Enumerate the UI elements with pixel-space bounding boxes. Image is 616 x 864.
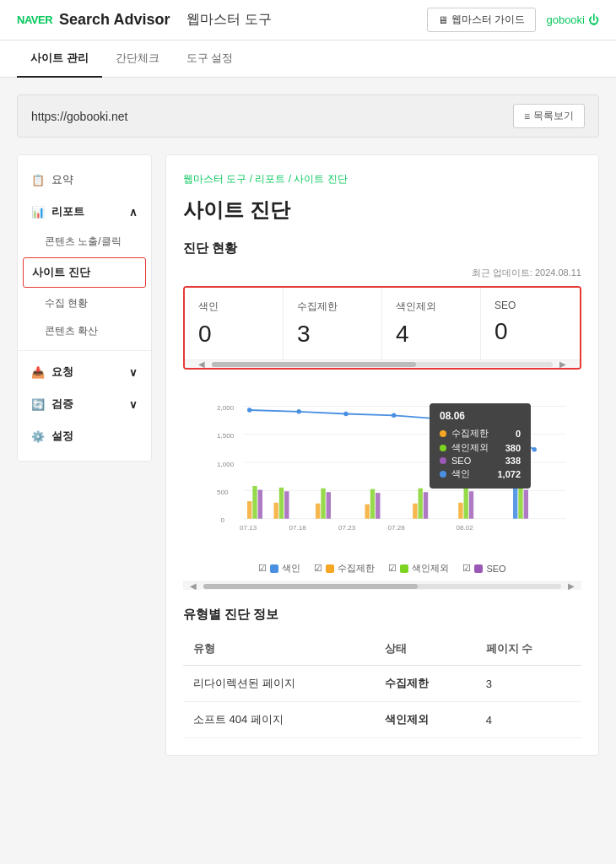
stat-value-excluded: 4 (396, 321, 467, 348)
site-bar: https://gobooki.net ≡ 목록보기 (17, 94, 599, 138)
svg-text:1,500: 1,500 (217, 432, 235, 440)
legend-item-seo[interactable]: ☑ SEO (462, 562, 505, 575)
col-header-type: 유형 (183, 633, 375, 666)
tooltip-row-index: 색인 1,072 (440, 467, 521, 480)
legend-dot-index (270, 564, 278, 573)
chevron-down-icon-2: ∨ (129, 398, 138, 411)
legend-dot-restricted (326, 564, 334, 573)
svg-text:0: 0 (221, 516, 225, 524)
col-header-pages: 페이지 수 (476, 633, 581, 666)
checkbox-seo: ☑ (462, 563, 471, 574)
chart-scrollbar-thumb (203, 584, 418, 589)
svg-text:07.13: 07.13 (240, 524, 257, 532)
legend-item-index[interactable]: ☑ 색인 (258, 562, 300, 575)
header: NAVER Search Advisor 웹마스터 도구 🖥 웹마스터 가이드 … (0, 0, 616, 40)
svg-text:08.02: 08.02 (457, 524, 474, 532)
scroll-right-arrow[interactable]: ▶ (559, 359, 566, 369)
sidebar-section-settings[interactable]: ⚙️ 설정 (18, 420, 151, 452)
tooltip-dot-index (440, 471, 446, 478)
chart-scrollbar-track[interactable] (203, 584, 561, 589)
chart-scroll-left[interactable]: ◀ (190, 581, 197, 591)
chart-legend: ☑ 색인 ☑ 수집제한 ☑ 색인제외 ☑ (183, 562, 581, 575)
row-status-redirect[interactable]: 수집제한 (375, 666, 475, 702)
legend-item-excluded[interactable]: ☑ 색인제외 (388, 562, 449, 575)
chevron-down-icon: ∨ (129, 366, 138, 379)
summary-icon: 📋 (31, 174, 45, 186)
stat-label-restricted: 수집제한 (297, 300, 368, 314)
sidebar-section-report[interactable]: 📊 리포트 ∧ (18, 196, 151, 228)
breadcrumb: 웹마스터 도구 / 리포트 / 사이트 진단 (183, 172, 581, 186)
stat-value-seo: 0 (494, 318, 566, 345)
svg-point-37 (532, 447, 537, 451)
type-section-title: 유형별 진단 정보 (183, 607, 581, 623)
svg-point-31 (247, 408, 251, 412)
stat-cell-seo: SEO 0 (481, 288, 580, 359)
stat-cell-restricted: 수집제한 3 (284, 288, 382, 359)
tooltip-row-excluded: 색인제외 380 (440, 441, 521, 454)
tooltip-dot-excluded (440, 445, 446, 451)
sidebar-item-site-diagnosis[interactable]: 사이트 진단 (23, 257, 146, 288)
app-subtitle: 웹마스터 도구 (186, 11, 271, 29)
divider-1 (18, 350, 151, 351)
svg-rect-24 (424, 492, 428, 519)
stat-value-restricted: 3 (297, 321, 368, 348)
list-view-button[interactable]: ≡ 목록보기 (513, 104, 585, 128)
type-info-table: 유형 상태 페이지 수 리다이렉션된 페이지 수집제한 3 소프트 404 페이… (183, 633, 581, 738)
tooltip-dot-seo (440, 457, 446, 464)
svg-rect-15 (284, 491, 289, 518)
breadcrumb-part-2: 리포트 (255, 173, 285, 185)
diagnosis-section-title: 진단 현황 (183, 240, 581, 256)
sidebar: 📋 요약 📊 리포트 ∧ 콘텐츠 노출/클릭 사이트 진단 수집 현황 콘텐츠 … (17, 154, 152, 462)
table-row-redirect: 리다이렉션된 페이지 수집제한 3 (183, 666, 581, 702)
svg-rect-25 (458, 503, 462, 519)
svg-rect-11 (252, 486, 257, 519)
stats-scrollbar[interactable]: ◀ ▶ (185, 359, 580, 368)
monitor-icon: 🖥 (438, 14, 448, 26)
chart-scrollbar[interactable]: ◀ ▶ (183, 581, 581, 590)
tab-tool-settings[interactable]: 도구 설정 (173, 40, 247, 78)
svg-rect-30 (524, 490, 528, 519)
user-menu[interactable]: gobooki ⏻ (546, 14, 599, 26)
svg-point-32 (297, 409, 301, 413)
svg-rect-14 (279, 488, 284, 519)
svg-text:07.18: 07.18 (289, 524, 307, 532)
stat-label-index: 색인 (198, 300, 269, 314)
svg-rect-23 (419, 489, 423, 519)
tab-quick-check[interactable]: 간단체크 (102, 40, 173, 78)
svg-rect-22 (413, 504, 417, 519)
scrollbar-track[interactable] (212, 362, 553, 367)
site-url: https://gobooki.net (31, 110, 127, 123)
sidebar-section-verification[interactable]: 🔄 검증 ∨ (18, 388, 151, 420)
scroll-left-arrow[interactable]: ◀ (198, 359, 205, 369)
chart-scroll-right[interactable]: ▶ (568, 581, 575, 591)
list-icon: ≡ (524, 111, 530, 122)
tab-site-management[interactable]: 사이트 관리 (17, 40, 102, 78)
guide-button[interactable]: 🖥 웹마스터 가이드 (427, 8, 536, 32)
tooltip-row-restricted: 수집제한 0 (440, 427, 521, 440)
stats-grid: 색인 0 수집제한 3 색인제외 4 SEO 0 (185, 288, 580, 359)
checkbox-index: ☑ (258, 563, 267, 574)
main-content: 웹마스터 도구 / 리포트 / 사이트 진단 사이트 진단 진단 현황 최근 업… (165, 154, 599, 756)
svg-rect-16 (316, 504, 320, 519)
legend-item-restricted[interactable]: ☑ 수집제한 (314, 562, 375, 575)
app-title: Search Advisor (59, 11, 170, 29)
breadcrumb-part-1: 웹마스터 도구 (183, 173, 246, 185)
row-type-redirect: 리다이렉션된 페이지 (183, 666, 375, 702)
sidebar-item-collection[interactable]: 수집 현황 (18, 289, 151, 317)
page-title: 사이트 진단 (183, 197, 581, 224)
sidebar-item-content-expansion[interactable]: 콘텐츠 확산 (18, 317, 151, 345)
sidebar-item-summary[interactable]: 📋 요약 (18, 164, 151, 196)
sidebar-item-contents-exposure[interactable]: 콘텐츠 노출/클릭 (18, 228, 151, 256)
chevron-up-icon: ∧ (129, 206, 138, 219)
chart-area: 2,000 1,500 1,000 500 0 (183, 386, 581, 555)
legend-dot-excluded (400, 564, 408, 573)
header-right: 🖥 웹마스터 가이드 gobooki ⏻ (427, 8, 599, 32)
sidebar-section-request[interactable]: 📥 요청 ∨ (18, 356, 151, 388)
chart-tooltip: 08.06 수집제한 0 색인제외 380 (430, 403, 531, 489)
svg-rect-10 (247, 501, 251, 519)
row-pages-soft404: 4 (476, 702, 581, 738)
svg-rect-17 (321, 489, 325, 519)
svg-rect-18 (327, 492, 331, 519)
row-status-soft404[interactable]: 색인제외 (375, 702, 475, 738)
main-container: https://gobooki.net ≡ 목록보기 📋 요약 📊 리포트 ∧ … (0, 78, 616, 773)
